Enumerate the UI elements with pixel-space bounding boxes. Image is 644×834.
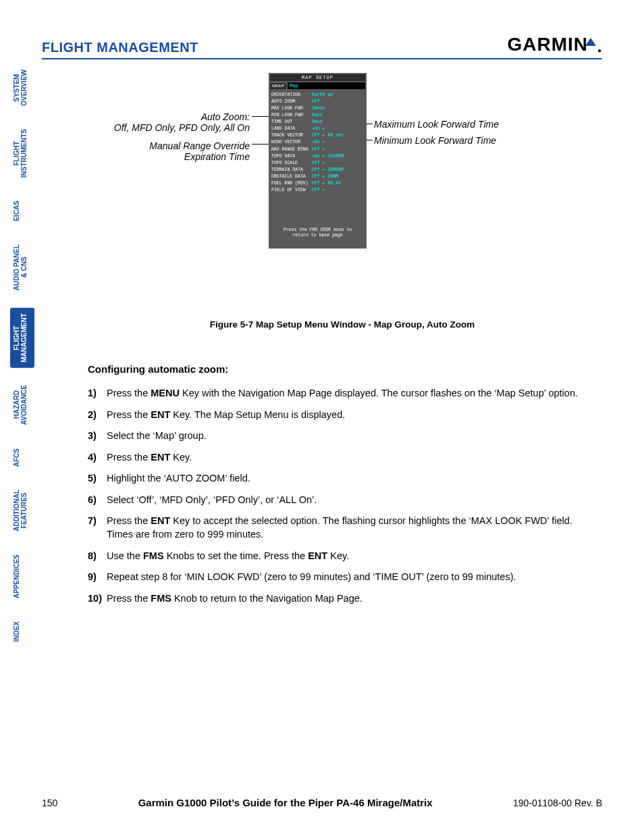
callout-text: Expiration Time	[47, 151, 250, 162]
callout-line	[252, 116, 270, 117]
setup-value: North up	[312, 92, 365, 99]
procedure-step: Press the ENT Key.	[88, 451, 597, 465]
setup-value: Off ▸	[312, 160, 365, 167]
sidebar-tabs: SYSTEM OVERVIEWFLIGHT INSTRUMENTSEICASAU…	[10, 64, 34, 647]
setup-key: ORIENTATION	[270, 92, 312, 99]
callout-auto-zoom: Auto Zoom: Off, MFD Only, PFD Only, All …	[47, 111, 250, 133]
sidebar-tab[interactable]: AFCS	[10, 443, 34, 472]
sidebar-tab[interactable]: AUDIO PANEL & CNS	[10, 239, 34, 296]
footer-line: return to base page	[270, 233, 365, 238]
main-content: Auto Zoom: Off, MFD Only, PFD Only, All …	[88, 68, 597, 613]
callout-max-look: Maximum Look Forward Time	[374, 119, 499, 130]
procedure-step: Press the ENT Key to accept the selected…	[88, 515, 597, 541]
setup-key: AUTO ZOOM	[270, 99, 312, 105]
procedure-step: Repeat step 8 for ‘MIN LOOK FWD’ (zero t…	[88, 571, 597, 584]
sidebar-tab[interactable]: HAZARD AVOIDANCE	[10, 380, 34, 430]
map-setup-window: MAP SETUP GROUP Map ORIENTATIONNorth upA…	[269, 73, 367, 249]
procedure-heading: Configuring automatic zoom:	[88, 363, 597, 375]
setup-key: TRACK VECTOR	[270, 132, 312, 139]
setup-key: WIND VECTOR	[270, 139, 312, 146]
callout-text: Off, MFD Only, PFD Only, All On	[47, 122, 250, 133]
map-setup-row: TOPO DATA◂On ▸ 1500NM	[270, 153, 365, 160]
map-setup-rows: ORIENTATIONNorth upAUTO ZOOMOffMAX LOOK …	[270, 92, 365, 194]
setup-value: ◂On ▸ 1500NM	[312, 153, 365, 160]
map-setup-row: OBSTACLE DATAOff ▸ 20NM	[270, 174, 365, 180]
procedure-step: Use the FMS Knobs to set the time. Press…	[88, 550, 597, 563]
figure-caption: Figure 5-7 Map Setup Menu Window - Map G…	[88, 319, 597, 330]
map-setup-row: MIN LOOK FWD5min	[270, 112, 365, 119]
callout-text: Manual Range Override	[47, 140, 250, 151]
setup-value: 0min	[312, 119, 365, 126]
setup-value: Off ▸ 00:45	[312, 180, 365, 187]
footer-line: Press the FMS CRSR knob to	[270, 228, 365, 233]
callout-line	[252, 144, 270, 145]
section-title: FLIGHT MANAGEMENT	[42, 40, 198, 55]
page-header: FLIGHT MANAGEMENT GARMIN ●	[42, 34, 602, 59]
setup-key: TOPO SCALE	[270, 160, 312, 167]
map-setup-row: TERRAIN DATAOff ▸ 2000NM	[270, 167, 365, 174]
procedure-steps: Press the MENU Key with the Navigation M…	[88, 387, 597, 605]
map-setup-row: MAX LOOK FWD30min	[270, 105, 365, 112]
callout-min-look: Minimum Look Forward Time	[374, 135, 496, 146]
map-setup-row: LAND DATA◂On ▸	[270, 126, 365, 132]
sidebar-tab[interactable]: FLIGHT MANAGEMENT	[10, 308, 34, 368]
map-setup-footer: Press the FMS CRSR knob to return to bas…	[270, 228, 365, 239]
garmin-logo-period: ●	[597, 47, 602, 54]
setup-key: FUEL RNG (RSV)	[270, 180, 312, 187]
sidebar-tab[interactable]: EICAS	[10, 195, 34, 227]
map-setup-title: MAP SETUP	[270, 74, 365, 81]
map-setup-row: NAV RANGE RINGOff ▸	[270, 147, 365, 153]
footer-title: Garmin G1000 Pilot’s Guide for the Piper…	[138, 797, 433, 808]
setup-key: NAV RANGE RING	[270, 147, 312, 153]
footer-revision: 190-01108-00 Rev. B	[513, 798, 602, 808]
setup-value: ◂On ▸	[312, 126, 365, 132]
map-setup-row: ORIENTATIONNorth up	[270, 92, 365, 99]
setup-key: FIELD OF VIEW	[270, 187, 312, 194]
map-setup-row: TIME OUT0min	[270, 119, 365, 126]
procedure-step: Select ‘Off’, ‘MFD Only’, ‘PFD Only’, or…	[88, 494, 597, 507]
procedure-step: Press the ENT Key. The Map Setup Menu is…	[88, 409, 597, 422]
map-setup-group-row: GROUP Map	[270, 82, 365, 89]
setup-value: 5min	[312, 112, 365, 119]
setup-key: MAX LOOK FWD	[270, 105, 312, 112]
setup-key: TERRAIN DATA	[270, 167, 312, 174]
garmin-logo-text: GARMIN	[507, 34, 588, 55]
map-setup-row: AUTO ZOOMOff	[270, 99, 365, 105]
sidebar-tab[interactable]: APPENDICES	[10, 549, 34, 604]
setup-value: Off ▸	[312, 147, 365, 153]
group-label: GROUP	[270, 83, 286, 89]
sidebar-tab[interactable]: FLIGHT INSTRUMENTS	[10, 124, 34, 183]
page-number: 150	[42, 798, 57, 808]
page-footer: 150 Garmin G1000 Pilot’s Guide for the P…	[42, 797, 602, 808]
setup-key: TOPO DATA	[270, 153, 312, 160]
procedure-step: Select the ‘Map’ group.	[88, 429, 597, 443]
setup-key: TIME OUT	[270, 119, 312, 126]
map-setup-row: TOPO SCALEOff ▸	[270, 160, 365, 167]
setup-value: Off ▸	[312, 187, 365, 194]
setup-value: Off	[312, 99, 365, 105]
map-setup-row: FUEL RNG (RSV)Off ▸ 00:45	[270, 180, 365, 187]
garmin-triangle-icon	[585, 38, 596, 46]
map-setup-row: TRACK VECTOROff ▸ 60 sec	[270, 132, 365, 139]
figure-area: Auto Zoom: Off, MFD Only, PFD Only, All …	[88, 68, 597, 314]
callout-text: Auto Zoom:	[47, 111, 250, 122]
garmin-logo: GARMIN ●	[507, 34, 602, 55]
procedure-step: Press the FMS Knob to return to the Navi…	[88, 592, 597, 606]
callout-manual-range: Manual Range Override Expiration Time	[47, 140, 250, 162]
setup-key: MIN LOOK FWD	[270, 112, 312, 119]
procedure-step: Highlight the ‘AUTO ZOOM’ field.	[88, 472, 597, 486]
map-setup-row: FIELD OF VIEWOff ▸	[270, 187, 365, 194]
sidebar-tab[interactable]: ADDITIONAL FEATURES	[10, 484, 34, 537]
setup-value: Off ▸ 2000NM	[312, 167, 365, 174]
setup-value: ◂On ▸	[312, 139, 365, 146]
sidebar-tab[interactable]: INDEX	[10, 616, 34, 648]
map-setup-row: WIND VECTOR◂On ▸	[270, 139, 365, 146]
setup-value: 30min	[312, 105, 365, 112]
setup-value: Off ▸ 60 sec	[312, 132, 365, 139]
setup-key: LAND DATA	[270, 126, 312, 132]
procedure-step: Press the MENU Key with the Navigation M…	[88, 387, 597, 400]
sidebar-tab[interactable]: SYSTEM OVERVIEW	[10, 64, 34, 111]
group-value: Map	[288, 82, 365, 89]
setup-key: OBSTACLE DATA	[270, 174, 312, 180]
setup-value: Off ▸ 20NM	[312, 174, 365, 180]
